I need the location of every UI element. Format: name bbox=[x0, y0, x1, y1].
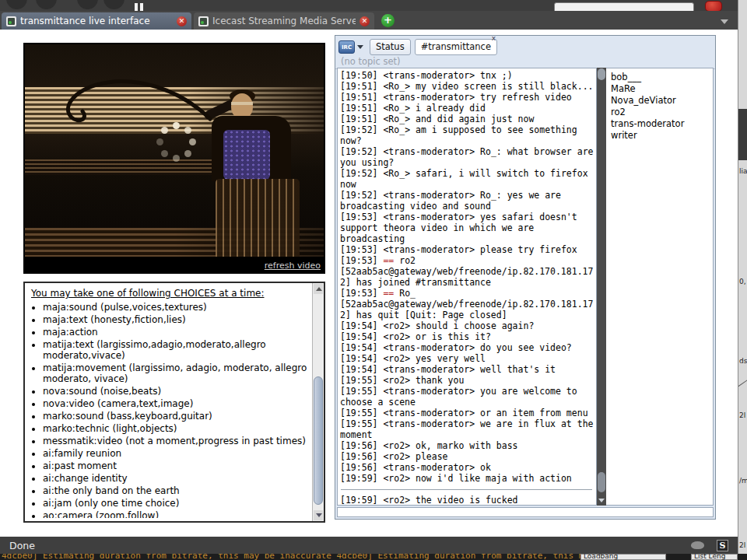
chat-tab-channel[interactable]: #transmittance x bbox=[415, 39, 497, 55]
message-text: please bbox=[416, 451, 448, 462]
message-time: 19:56 bbox=[340, 440, 383, 451]
tab-list-dropdown-icon[interactable] bbox=[721, 19, 728, 24]
chat-message: 19:56ro2please bbox=[340, 451, 595, 462]
message-nick: trans-moderator bbox=[383, 244, 480, 255]
tab-transmittance[interactable]: transmittance live interface ✕ bbox=[2, 12, 191, 30]
status-tray-icon[interactable] bbox=[691, 541, 704, 549]
message-nick: trans-moderator bbox=[383, 70, 480, 81]
chat-scrollbar[interactable] bbox=[597, 68, 606, 506]
message-text: or is this it? bbox=[416, 331, 491, 342]
background-text-fragment: 2l bbox=[739, 541, 745, 549]
message-time: 19:53 bbox=[340, 212, 383, 222]
scrollbar-thumb[interactable] bbox=[314, 376, 323, 505]
refresh-video-link[interactable]: refresh video bbox=[265, 261, 321, 271]
choices-scrollbar[interactable] bbox=[312, 283, 324, 521]
user-list-item[interactable]: trans-moderator bbox=[611, 118, 708, 130]
message-text: or an item from menu bbox=[480, 408, 587, 418]
chat-header: IRC Status #transmittance x bbox=[335, 36, 715, 55]
scroll-down-arrow-icon[interactable] bbox=[598, 499, 605, 502]
choices-panel[interactable]: You may take one of following CHOICES at… bbox=[23, 282, 325, 523]
chat-message: 19:55ro2thank you bbox=[340, 375, 595, 386]
url-bar[interactable] bbox=[554, 2, 694, 11]
background-text-fragment: 2l bbox=[739, 411, 745, 419]
user-list-item[interactable]: writer bbox=[611, 130, 708, 142]
message-text: and did again just now bbox=[416, 114, 534, 124]
choice-item: messmatik:video (not a moment,progress i… bbox=[43, 436, 308, 446]
chat-tab-status[interactable]: Status bbox=[370, 39, 411, 55]
video-stream bbox=[25, 44, 324, 257]
choice-item: ai:past moment bbox=[43, 460, 308, 471]
adblock-badge-icon[interactable] bbox=[705, 1, 722, 11]
message-nick: ro2 bbox=[383, 440, 416, 451]
new-tab-button[interactable]: + bbox=[381, 14, 395, 27]
reload-button[interactable] bbox=[77, 0, 98, 9]
noscript-icon[interactable]: S bbox=[717, 540, 728, 551]
chat-body: 19:50trans-moderatortnx ;) 19:51Ro_my vi… bbox=[337, 68, 714, 506]
chat-message: 19:53trans-moderatorplease try firefox bbox=[340, 244, 595, 255]
message-nick: trans-moderator bbox=[383, 92, 480, 103]
message-text: well that's it bbox=[480, 364, 556, 375]
browser-toolbar bbox=[0, 0, 738, 11]
page-favicon-icon bbox=[6, 16, 16, 26]
chat-message-log[interactable]: 19:50trans-moderatortnx ;) 19:51Ro_my vi… bbox=[337, 68, 597, 506]
chat-message: 19:52Ro_am i supposed to see something n… bbox=[340, 124, 595, 146]
irc-logo-icon[interactable]: IRC bbox=[338, 40, 355, 54]
chat-message bbox=[341, 489, 592, 490]
background-patch-window: List Leng bbox=[691, 554, 738, 560]
message-time: 19:56 bbox=[340, 451, 383, 462]
message-text: my video screen is still black... bbox=[416, 81, 593, 92]
scrollbar-thumb[interactable] bbox=[598, 472, 605, 492]
choice-item: nova:sound (noise,beats) bbox=[43, 386, 308, 397]
message-nick: trans-moderator bbox=[383, 190, 480, 201]
user-list-item[interactable]: bob___ bbox=[611, 72, 708, 83]
message-time: 19:53 bbox=[340, 255, 383, 266]
tab-title: Icecast Streaming Media Server bbox=[212, 16, 356, 26]
message-nick: Ro_ bbox=[383, 168, 416, 179]
forward-button[interactable] bbox=[36, 0, 57, 9]
message-text: try refresh video bbox=[480, 92, 572, 103]
home-button[interactable] bbox=[103, 0, 124, 9]
close-tab-icon[interactable]: ✕ bbox=[177, 16, 187, 26]
chat-message: 19:53trans-moderatoryes safari doesn't s… bbox=[340, 212, 595, 244]
message-time: 19:54 bbox=[340, 342, 383, 353]
pause-icon bbox=[135, 0, 146, 7]
message-time: 19:53 bbox=[340, 244, 383, 255]
message-time: 19:51 bbox=[340, 103, 383, 114]
terminal-output-fragment: 4dcbe0] Estimating duration from bitrate… bbox=[2, 554, 666, 560]
background-text-fragment: lia bbox=[739, 167, 747, 175]
chat-input[interactable] bbox=[337, 507, 714, 517]
message-time: 19:55 bbox=[340, 418, 383, 429]
choice-item: nova:video (camera,text,image) bbox=[43, 398, 308, 409]
message-nick: Ro_ bbox=[383, 103, 416, 114]
back-button[interactable] bbox=[6, 0, 27, 9]
message-nick: ro2 bbox=[383, 451, 416, 462]
message-text: yes very well bbox=[416, 353, 486, 364]
message-time: 19:55 bbox=[340, 386, 383, 397]
scroll-up-arrow-icon[interactable] bbox=[314, 284, 323, 294]
browser-tab-bar: transmittance live interface ✕ Icecast S… bbox=[0, 11, 738, 30]
background-text-fragment: /m bbox=[739, 477, 747, 485]
chat-message: 19:51Ro_i already did bbox=[340, 103, 595, 114]
tab-icecast[interactable]: Icecast Streaming Media Server ✕ bbox=[194, 12, 374, 30]
chat-message: 19:59ro2now i'd like maja with action bbox=[340, 473, 595, 484]
message-text: now i'd like maja with action bbox=[416, 473, 572, 484]
close-tab-icon[interactable]: ✕ bbox=[359, 16, 370, 26]
irc-menu-caret-icon[interactable] bbox=[357, 45, 363, 49]
message-text: thank you bbox=[416, 375, 464, 386]
user-list-item[interactable]: Nova_deViator bbox=[611, 95, 708, 107]
user-list[interactable]: bob___MaReNova_deViatorro2trans-moderato… bbox=[606, 68, 714, 506]
choice-item: ai:the only band on the earth bbox=[43, 485, 308, 496]
close-channel-icon[interactable]: x bbox=[492, 34, 496, 42]
patch-object-label: Loadbang bbox=[584, 554, 618, 560]
chat-message: 19:54ro2should i choose again? bbox=[340, 320, 595, 331]
user-list-item[interactable]: ro2 bbox=[611, 107, 708, 118]
scroll-up-button[interactable] bbox=[598, 68, 605, 80]
chat-message: 19:56ro2ok, marko with bass bbox=[340, 440, 595, 451]
scroll-down-arrow-icon[interactable] bbox=[314, 510, 323, 520]
chat-message: 19:52Ro_safari, i will switch to firefox… bbox=[340, 168, 595, 190]
user-list-item[interactable]: MaRe bbox=[611, 83, 708, 95]
message-text: ok, marko with bass bbox=[416, 440, 518, 451]
chat-message: 19:51Ro_my video screen is still black..… bbox=[340, 81, 595, 92]
loading-spinner bbox=[154, 122, 199, 167]
chat-message: 19:55trans-moderatoror an item from menu bbox=[340, 408, 595, 418]
